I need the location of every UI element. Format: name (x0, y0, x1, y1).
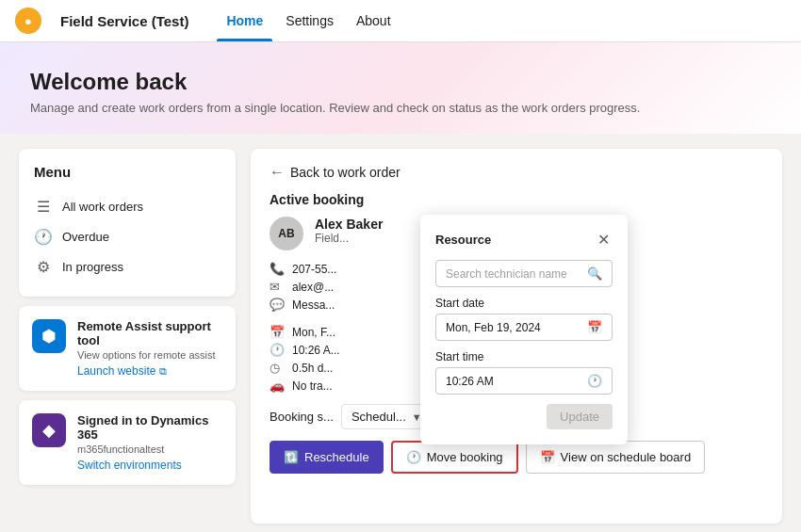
menu-card: Menu ☰ All work orders 🕐 Overdue ⚙ In pr… (19, 149, 236, 297)
top-navigation: ● Field Service (Test) Home Settings Abo… (0, 0, 801, 42)
travel-value: No tra... (292, 379, 333, 393)
popup-title: Resource (435, 233, 491, 247)
remote-assist-name: Remote Assist support tool (77, 319, 222, 347)
menu-item-all-work-orders[interactable]: ☰ All work orders (34, 191, 221, 221)
menu-item-overdue[interactable]: 🕐 Overdue (34, 221, 221, 251)
nav-about[interactable]: About (347, 0, 400, 41)
popup-header: Resource ✕ (435, 230, 613, 249)
dynamics-desc: m365functionaltest (77, 443, 222, 455)
technician-name: Alex Baker (315, 217, 383, 232)
menu-item-in-progress[interactable]: ⚙ In progress (34, 251, 221, 282)
email-icon: ✉ (270, 280, 285, 294)
menu-label-overdue: Overdue (62, 230, 109, 244)
start-date-label: Start date (435, 297, 613, 310)
resource-popup: Resource ✕ Search technician name 🔍 Star… (420, 215, 628, 444)
avatar: AB (270, 217, 303, 250)
phone-icon: 📞 (270, 262, 285, 276)
clock-icon: 🕐 (34, 227, 53, 246)
dynamics-icon-wrap: ◆ (32, 413, 66, 447)
search-input[interactable]: Search technician name 🔍 (435, 260, 613, 287)
schedule-date: Mon, F... (292, 326, 335, 339)
dynamics-info: Signed in to Dynamics 365 m365functional… (77, 413, 222, 472)
time-picker-icon: 🕐 (587, 374, 602, 388)
remote-assist-link[interactable]: Launch website ⧉ (77, 364, 222, 378)
travel-icon: 🚗 (270, 379, 285, 393)
technician-info: Alex Baker Field... (315, 217, 383, 250)
active-booking-title: Active booking (270, 192, 763, 207)
remote-assist-card: ⬢ Remote Assist support tool View option… (19, 306, 236, 391)
start-time-input[interactable]: 10:26 AM 🕐 (435, 367, 613, 395)
app-title: Field Service (Test) (60, 13, 188, 29)
menu-title: Menu (34, 164, 221, 180)
search-field: Search technician name 🔍 (435, 260, 613, 287)
nav-settings[interactable]: Settings (276, 0, 343, 41)
back-arrow-icon: ← (270, 164, 285, 181)
hero-section: Welcome back Manage and create work orde… (0, 42, 801, 134)
popup-update-row: Update (435, 404, 613, 429)
menu-label-all-work-orders: All work orders (62, 200, 143, 214)
back-link[interactable]: ← Back to work order (270, 164, 763, 181)
dynamics-link[interactable]: Switch environments (77, 459, 222, 472)
duration-value: 0.5h d... (292, 362, 333, 375)
message-value: Messa... (292, 298, 335, 312)
dynamics-icon: ◆ (42, 420, 56, 441)
booking-status-label: Booking s... (270, 410, 334, 424)
status-value: Schedul... (351, 410, 406, 424)
start-time-label: Start time (435, 350, 613, 363)
email-value: alex@... (292, 281, 334, 294)
view-schedule-icon: 📅 (540, 450, 555, 464)
main-content: Menu ☰ All work orders 🕐 Overdue ⚙ In pr… (0, 134, 801, 532)
search-placeholder: Search technician name (446, 267, 567, 281)
start-date-value: Mon, Feb 19, 2024 (446, 321, 541, 334)
technician-role: Field... (315, 232, 383, 245)
hero-title: Welcome back (30, 69, 771, 95)
back-label: Back to work order (290, 165, 400, 180)
message-icon: 💬 (270, 298, 285, 312)
start-time-field: Start time 10:26 AM 🕐 (435, 350, 613, 395)
left-panel: Menu ☰ All work orders 🕐 Overdue ⚙ In pr… (19, 149, 236, 524)
nav-links: Home Settings About (217, 0, 400, 41)
remote-assist-info: Remote Assist support tool View options … (77, 319, 222, 378)
calendar-icon: 📅 (270, 325, 285, 339)
search-icon: 🔍 (587, 266, 602, 281)
duration-icon: ◷ (270, 361, 285, 375)
work-order-panel: ← Back to work order Active booking AB A… (251, 149, 782, 524)
dynamics-card: ◆ Signed in to Dynamics 365 m365function… (19, 400, 236, 485)
list-icon: ☰ (34, 197, 53, 216)
start-date-input[interactable]: Mon, Feb 19, 2024 📅 (435, 314, 613, 341)
remote-assist-icon: ⬢ (41, 326, 57, 347)
reschedule-button[interactable]: 🔃 Reschedule (270, 441, 384, 474)
hero-subtitle: Manage and create work orders from a sin… (30, 101, 771, 115)
move-booking-icon: 🕐 (406, 450, 421, 464)
update-button[interactable]: Update (547, 404, 613, 429)
remote-assist-icon-wrap: ⬢ (32, 319, 66, 353)
move-booking-button[interactable]: 🕐 Move booking (391, 441, 518, 474)
remote-assist-desc: View options for remote assist (77, 349, 222, 361)
menu-label-in-progress: In progress (62, 260, 123, 274)
action-bar: 🔃 Reschedule 🕐 Move booking 📅 View on sc… (270, 441, 763, 474)
nav-home[interactable]: Home (217, 0, 272, 41)
gear-icon: ⚙ (34, 257, 53, 276)
popup-close-button[interactable]: ✕ (594, 230, 613, 249)
start-date-field: Start date Mon, Feb 19, 2024 📅 (435, 297, 613, 341)
external-link-icon: ⧉ (159, 365, 167, 378)
dynamics-name: Signed in to Dynamics 365 (77, 413, 222, 442)
start-time-value: 10:26 AM (446, 375, 494, 388)
app-logo: ● (15, 8, 41, 34)
schedule-time: 10:26 A... (292, 344, 340, 357)
reschedule-icon: 🔃 (284, 450, 299, 464)
time-icon: 🕐 (270, 343, 285, 357)
view-schedule-button[interactable]: 📅 View on schedule board (526, 441, 706, 474)
phone-value: 207-55... (292, 263, 336, 276)
calendar-picker-icon: 📅 (587, 320, 602, 334)
